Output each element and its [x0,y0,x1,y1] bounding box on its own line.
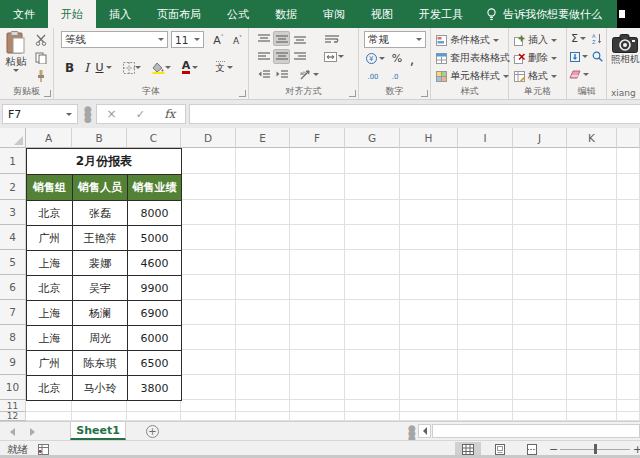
tab-page-layout[interactable]: 页面布局 [144,0,214,28]
cut-button[interactable] [32,32,49,47]
column-header-partial[interactable] [617,128,640,148]
cell-r8c2[interactable]: 周光 [72,325,128,351]
tab-developer[interactable]: 开发工具 [406,0,476,28]
italic-button[interactable]: I [78,60,95,75]
column-header-G[interactable]: G [345,128,400,148]
cell-header-1[interactable]: 销售组 [26,174,73,201]
clear-button[interactable] [568,67,589,82]
tab-view[interactable]: 视图 [358,0,406,28]
column-header-C[interactable]: C [127,128,181,148]
column-header-A[interactable]: A [26,128,72,148]
column-header-F[interactable]: F [290,128,345,148]
find-select-button[interactable] [589,49,606,64]
column-header-D[interactable]: D [181,128,236,148]
row-header-9[interactable]: 9 [0,350,26,375]
cell-r9c3[interactable]: 6500 [127,350,182,376]
cell-A1-title[interactable]: 2月份报表 [26,148,182,175]
increase-font-button[interactable]: A˄ [210,32,227,47]
formula-input[interactable] [189,104,640,124]
cell-r3c3[interactable]: 8000 [127,200,182,226]
cell-r5c2[interactable]: 裴娜 [72,250,128,276]
cancel-icon[interactable]: × [107,107,117,121]
tab-insert[interactable]: 插入 [96,0,144,28]
align-right-button[interactable] [291,49,308,64]
row-header-7[interactable]: 7 [0,300,26,325]
cell-r9c1[interactable]: 广州 [26,350,73,376]
copy-button[interactable] [32,50,49,65]
font-dialog-launcher[interactable] [239,90,246,97]
delete-cells-button[interactable]: 删除 [514,51,557,65]
tell-me-box[interactable]: 告诉我你想要做什么 [476,0,612,28]
name-box-dropdown-arrow[interactable] [66,113,72,116]
bold-button[interactable]: B [61,60,78,75]
autosum-button[interactable]: Σ [568,31,589,46]
cell-r9c2[interactable]: 陈东琪 [72,350,128,376]
cell-header-3[interactable]: 销售业绩 [127,174,182,201]
row-header-2[interactable]: 2 [0,174,26,200]
cell-r10c3[interactable]: 3800 [127,375,182,401]
align-left-button[interactable] [255,49,272,64]
accounting-format-button[interactable]: ¥ [363,51,387,66]
align-center-button[interactable] [273,49,290,64]
number-dialog-launcher[interactable] [421,90,428,97]
name-box[interactable]: F7 [2,104,78,124]
format-cells-button[interactable]: 格式 [514,69,557,83]
sort-filter-button[interactable]: AZ [589,31,606,46]
align-bottom-button[interactable] [291,31,308,46]
borders-button[interactable] [120,60,144,75]
number-format-combo[interactable]: 常规 [364,31,426,48]
decrease-decimal-button[interactable]: .0 [385,69,405,84]
cell-r3c2[interactable]: 张磊 [72,200,128,226]
align-top-button[interactable] [255,31,272,46]
cell-r7c1[interactable]: 上海 [26,300,73,326]
fx-icon[interactable]: fx [164,107,175,121]
cell-header-2[interactable]: 销售人员 [72,174,128,201]
clipboard-dialog-launcher[interactable] [44,90,51,97]
column-header-E[interactable]: E [236,128,290,148]
font-size-combo[interactable]: 11 [171,31,204,48]
column-header-I[interactable]: I [458,128,513,148]
macro-record-icon[interactable] [38,444,49,455]
conditional-formatting-button[interactable]: 条件格式 [436,33,499,47]
sheet-tab-sheet1[interactable]: Sheet1 [70,422,126,440]
select-all-button[interactable] [0,128,26,148]
view-page-break-button[interactable] [519,442,545,456]
tab-file[interactable]: 文件 [0,0,48,28]
fill-color-button[interactable] [149,60,173,75]
sheet-nav-right-icon[interactable] [30,428,35,436]
cell-r5c3[interactable]: 4600 [127,250,182,276]
formula-bar-splitter[interactable]: ●●● [84,107,92,122]
row-header-1[interactable]: 1 [0,148,26,174]
row-header-11[interactable]: 11 [0,400,26,412]
row-header-12[interactable]: 12 [0,412,26,421]
format-as-table-button[interactable]: 套用表格格式 [436,51,519,65]
tab-home[interactable]: 开始 [48,0,96,28]
tab-review[interactable]: 审阅 [310,0,358,28]
increase-indent-button[interactable] [273,67,290,82]
merge-center-button[interactable] [321,49,347,64]
tab-scroll-splitter[interactable]: ●●● [408,426,416,441]
cell-r6c2[interactable]: 吴宇 [72,275,128,301]
column-header-J[interactable]: J [513,128,567,148]
column-header-H[interactable]: H [400,128,458,148]
row-header-3[interactable]: 3 [0,200,26,225]
new-sheet-button[interactable]: + [146,425,159,438]
spreadsheet-grid[interactable]: ABCDEFGHIJK1234567891011122月份报表销售组销售人员销售… [0,128,640,421]
cell-r3c1[interactable]: 北京 [26,200,73,226]
decrease-indent-button[interactable] [255,67,272,82]
cell-r4c3[interactable]: 5000 [127,225,182,251]
cell-styles-button[interactable]: 单元格样式 [436,69,509,83]
tab-formulas[interactable]: 公式 [214,0,262,28]
alignment-dialog-launcher[interactable] [349,90,356,97]
row-header-8[interactable]: 8 [0,325,26,350]
cell-r10c2[interactable]: 马小玲 [72,375,128,401]
comma-style-button[interactable]: , [406,51,418,66]
percent-style-button[interactable]: % [390,51,404,66]
increase-decimal-button[interactable]: .00 [363,69,383,84]
underline-button[interactable]: U [95,60,112,75]
column-header-B[interactable]: B [72,128,127,148]
cell-r6c1[interactable]: 北京 [26,275,73,301]
fill-button[interactable] [568,49,589,64]
font-name-combo[interactable]: 等线 [61,31,168,48]
cell-r8c3[interactable]: 6000 [127,325,182,351]
